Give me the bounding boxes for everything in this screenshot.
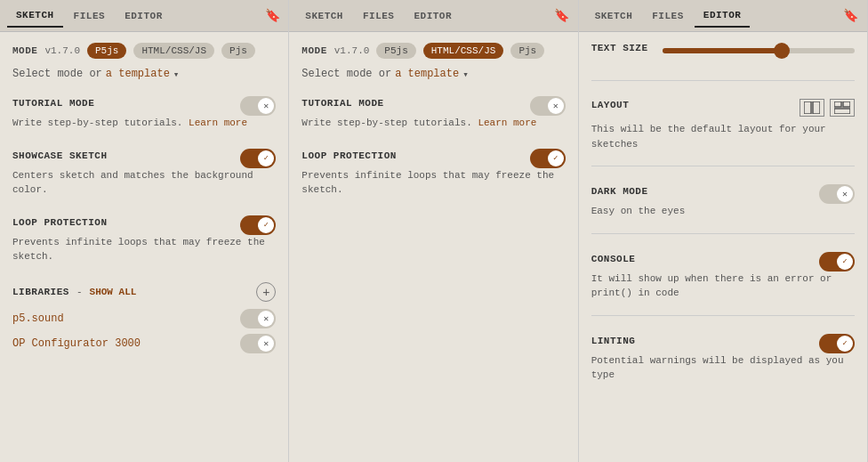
loop-protection-track-1[interactable]: ✓ [240, 215, 276, 235]
linting-toggle-row: LINTING ✓ [591, 334, 855, 353]
x-icon-op: ✕ [263, 338, 269, 349]
mode-label-2: MODE [301, 45, 326, 56]
linting-desc: Potential warnings will be displayed as … [591, 353, 855, 383]
panel-sketch-2: SKETCH FILES EDITOR 🔖 MODE v1.7.0 P5js H… [289, 0, 578, 462]
mode-btn-pjs-2[interactable]: Pjs [510, 43, 544, 59]
showcase-sketch-track[interactable]: ✓ [240, 149, 276, 168]
bookmark-icon-2[interactable]: 🔖 [553, 5, 571, 27]
linting-toggle[interactable]: ✓ [819, 334, 855, 353]
mode-label-1: MODE [12, 45, 37, 56]
loop-protection-track-2[interactable]: ✓ [530, 149, 566, 168]
bookmark-icon-1[interactable]: 🔖 [263, 5, 281, 27]
mode-btn-pjs-1[interactable]: Pjs [221, 43, 255, 59]
tab-sketch-1[interactable]: SKETCH [7, 4, 63, 28]
library-toggle-op[interactable]: ✕ [240, 334, 276, 353]
template-row-2: Select mode or a template ▾ [301, 68, 565, 80]
tab-editor-1[interactable]: EDITOR [116, 5, 172, 27]
text-size-slider[interactable] [663, 48, 855, 53]
tutorial-mode-x-1: ✕ [258, 98, 274, 114]
mode-btn-htmlcssjs-1[interactable]: HTML/CSS/JS [133, 43, 214, 59]
template-link-2[interactable]: a template [395, 68, 459, 80]
showcase-sketch-section: SHOWCASE SKETCH ✓ Centers sketch and mat… [12, 149, 276, 198]
layout-icon-split[interactable] [800, 99, 824, 117]
check-icon-showcase: ✓ [264, 153, 269, 163]
loop-protection-toggle-row-2: LOOP PROTECTION ✓ [301, 149, 565, 168]
tutorial-mode-track-2[interactable]: ✕ [530, 96, 566, 116]
library-toggle-p5sound[interactable]: ✕ [240, 309, 276, 328]
tab-bar-3: SKETCH FILES EDITOR 🔖 [579, 0, 867, 32]
console-toggle[interactable]: ✓ [819, 252, 855, 272]
tab-editor-2[interactable]: EDITOR [405, 5, 461, 27]
loop-protection-toggle-2[interactable]: ✓ [530, 149, 566, 168]
panel-content-1: MODE v1.7.0 P5js HTML/CSS/JS Pjs Select … [0, 32, 288, 462]
tutorial-mode-track-1[interactable]: ✕ [240, 96, 276, 116]
showcase-sketch-toggle-row: SHOWCASE SKETCH ✓ [12, 149, 276, 168]
dark-mode-title: DARK MODE [591, 186, 648, 197]
panel-sketch-1: SKETCH FILES EDITOR 🔖 MODE v1.7.0 P5js H… [0, 0, 289, 462]
x-icon-p5sound: ✕ [263, 313, 269, 324]
console-section: CONSOLE ✓ It will show up when there is … [591, 252, 855, 316]
add-library-button[interactable]: + [256, 282, 276, 302]
chevron-down-icon-1[interactable]: ▾ [173, 69, 180, 80]
svg-rect-4 [834, 109, 850, 114]
linting-track[interactable]: ✓ [819, 334, 855, 353]
check-icon-linting: ✓ [842, 338, 847, 348]
slider-thumb[interactable] [774, 43, 790, 59]
loop-protection-title-1: LOOP PROTECTION [12, 217, 108, 228]
svg-rect-2 [834, 101, 841, 107]
linting-title: LINTING [591, 336, 636, 346]
template-link-1[interactable]: a template [106, 68, 170, 80]
loop-protection-desc-2: Prevents infinite loops that may freeze … [301, 168, 565, 198]
bookmark-icon-3[interactable]: 🔖 [842, 5, 860, 27]
tab-bar-1: SKETCH FILES EDITOR 🔖 [0, 0, 288, 32]
tab-sketch-3[interactable]: SKETCH [586, 5, 642, 27]
chevron-down-icon-2[interactable]: ▾ [462, 69, 469, 80]
library-item-p5sound: p5.sound ✕ [12, 309, 276, 328]
layout-title: LAYOUT [591, 100, 630, 110]
tutorial-mode-title-2: TUTORIAL MODE [301, 98, 383, 109]
layout-icons [800, 99, 855, 117]
console-knob: ✓ [837, 254, 853, 270]
linting-section: LINTING ✓ Potential warnings will be dis… [591, 334, 855, 397]
showcase-sketch-desc: Centers sketch and matches the backgroun… [12, 168, 276, 198]
tutorial-mode-toggle-row-1: TUTORIAL MODE ✕ [12, 96, 276, 116]
tutorial-mode-desc-1: Write step-by-step tutorials. Learn more [12, 116, 276, 131]
libraries-title: LIBRARIES [12, 287, 69, 297]
loop-protection-toggle-1[interactable]: ✓ [240, 215, 276, 235]
check-icon-console: ✓ [842, 256, 847, 266]
library-x-op: ✕ [258, 336, 274, 352]
svg-rect-3 [843, 101, 850, 107]
panel-content-editor: TEXT SIZE LAYOUT [579, 32, 867, 462]
learn-more-link-1[interactable]: Learn more [189, 118, 247, 128]
showcase-sketch-knob: ✓ [258, 150, 274, 166]
tab-sketch-2[interactable]: SKETCH [296, 5, 352, 27]
dark-mode-track[interactable]: ✕ [819, 184, 855, 204]
tutorial-mode-toggle-1[interactable]: ✕ [240, 96, 276, 116]
loop-protection-knob-2: ✓ [548, 150, 564, 166]
mode-btn-htmlcssjs-2[interactable]: HTML/CSS/JS [423, 43, 504, 59]
tab-files-3[interactable]: FILES [643, 5, 693, 27]
template-text-1: Select mode or [12, 68, 102, 80]
tab-editor-3[interactable]: EDITOR [695, 4, 751, 28]
loop-protection-toggle-row-1: LOOP PROTECTION ✓ [12, 215, 276, 235]
console-toggle-row: CONSOLE ✓ [591, 252, 855, 272]
show-all-link[interactable]: SHOW ALL [90, 287, 137, 297]
learn-more-link-2[interactable]: Learn more [478, 118, 536, 128]
tutorial-mode-toggle-2[interactable]: ✕ [530, 96, 566, 116]
console-track[interactable]: ✓ [819, 252, 855, 272]
library-track-p5sound[interactable]: ✕ [240, 309, 276, 328]
library-item-op: OP Configurator 3000 ✕ [12, 334, 276, 353]
tab-files-2[interactable]: FILES [354, 5, 404, 27]
mode-btn-p5js-2[interactable]: P5js [376, 43, 415, 59]
showcase-sketch-title: SHOWCASE SKETCH [12, 150, 108, 161]
dark-mode-toggle[interactable]: ✕ [819, 184, 855, 204]
mode-row-1: MODE v1.7.0 P5js HTML/CSS/JS Pjs [12, 43, 276, 59]
panel-content-2: MODE v1.7.0 P5js HTML/CSS/JS Pjs Select … [289, 32, 577, 462]
tutorial-mode-section-2: TUTORIAL MODE ✕ Write step-by-step tutor… [301, 96, 565, 131]
x-icon-1: ✕ [263, 101, 269, 111]
showcase-sketch-toggle[interactable]: ✓ [240, 149, 276, 168]
layout-icon-grid[interactable] [830, 99, 855, 117]
tab-files-1[interactable]: FILES [65, 5, 115, 27]
mode-btn-p5js-1[interactable]: P5js [87, 43, 126, 59]
library-track-op[interactable]: ✕ [240, 334, 276, 353]
